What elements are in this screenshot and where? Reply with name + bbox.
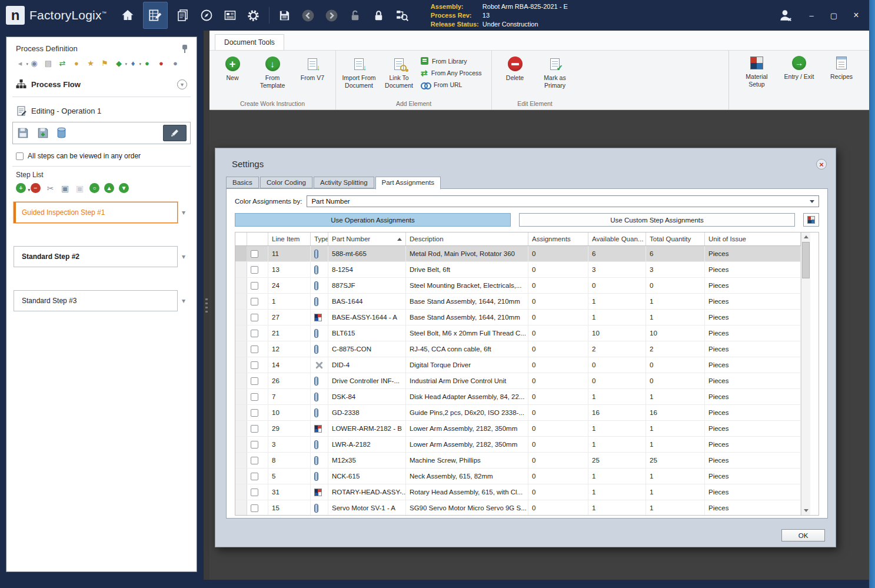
row-checkbox[interactable]: [251, 361, 258, 369]
table-row[interactable]: 15 Servo Motor SV-1 - A SG90 Servo Motor…: [235, 500, 801, 516]
paste-step-icon[interactable]: ▣: [75, 183, 85, 193]
table-row[interactable]: 29 LOWER-ARM-2182 - B Lower Arm Assembly…: [235, 421, 801, 437]
navigator-icon[interactable]: [198, 6, 215, 24]
header-total-quantity[interactable]: Total Quantity: [646, 232, 705, 245]
row-checkbox[interactable]: [251, 489, 258, 496]
archive-document-icon[interactable]: [56, 127, 66, 139]
settings-tab[interactable]: Part Assignments: [375, 177, 441, 190]
settings-gear-icon[interactable]: [245, 6, 262, 24]
row-checkbox[interactable]: [251, 425, 258, 433]
find-step-icon[interactable]: ○: [89, 183, 99, 193]
add-step-icon[interactable]: +: [16, 183, 26, 193]
scroll-down-icon[interactable]: [801, 506, 810, 515]
row-checkbox[interactable]: [251, 298, 258, 305]
certify-user-icon[interactable]: ★: [85, 59, 96, 68]
table-row[interactable]: 13 8-1254 Drive Belt, 6ft 0 3 3 Pieces: [235, 262, 801, 278]
color-assignments-dropdown[interactable]: Part Number: [307, 195, 819, 207]
table-row[interactable]: 3 LWR-A-2182 Lower Arm Assembly, 2182, 3…: [235, 437, 801, 453]
header-unit-of-issue[interactable]: Unit of Issue: [705, 232, 801, 245]
row-checkbox[interactable]: [251, 250, 258, 258]
history-back-icon[interactable]: ◂: [15, 59, 25, 68]
logout-user-icon[interactable]: [777, 6, 794, 24]
settings-tab[interactable]: Color Coding: [260, 177, 312, 188]
chevron-down-icon[interactable]: [178, 253, 189, 261]
from-v7-button[interactable]: From V7: [294, 52, 331, 99]
header-part-number[interactable]: Part Number: [328, 232, 406, 245]
collapse-chevron-icon[interactable]: [177, 79, 187, 89]
edit-work-instruction-button[interactable]: [163, 125, 187, 141]
row-checkbox[interactable]: [251, 282, 258, 290]
table-row[interactable]: 1 BAS-1644 Base Stand Assembly, 1644, 21…: [235, 294, 801, 310]
forward-icon[interactable]: [324, 6, 340, 24]
home-icon[interactable]: [119, 6, 136, 24]
row-checkbox[interactable]: [251, 441, 258, 449]
table-row[interactable]: 31 ROTARY-HEAD-ASSY-... Rotary Head Asse…: [235, 484, 801, 500]
tab-document-tools[interactable]: Document Tools: [215, 34, 284, 50]
unlock-icon[interactable]: [347, 6, 364, 24]
documents-icon[interactable]: [175, 6, 191, 24]
row-checkbox[interactable]: [251, 473, 258, 480]
scroll-up-icon[interactable]: [801, 232, 810, 241]
entry-exit-button[interactable]: Entry / Exit: [781, 51, 817, 109]
header-assignments[interactable]: Assignments: [528, 232, 588, 245]
remove-step-icon[interactable]: −: [31, 183, 41, 193]
mark-as-primary-button[interactable]: Mark as Primary: [537, 52, 573, 99]
material-setup-button[interactable]: Material Setup: [738, 51, 775, 109]
row-checkbox[interactable]: [251, 330, 258, 337]
assignment-color-button[interactable]: [803, 213, 819, 227]
row-checkbox[interactable]: [251, 393, 258, 401]
row-checkbox[interactable]: [251, 314, 258, 321]
step-item[interactable]: Guided Inspection Step #1: [14, 202, 178, 223]
stop-icon[interactable]: ●: [156, 59, 167, 68]
table-row[interactable]: 26 Drive Controller INF-... Industrial A…: [235, 373, 801, 389]
use-custom-step-assignments-button[interactable]: Use Custom Step Assignments: [519, 213, 795, 227]
save-document-icon[interactable]: [16, 127, 29, 139]
share-icon[interactable]: ◆: [114, 59, 124, 68]
copy-step-icon[interactable]: ▣: [60, 183, 70, 193]
table-row[interactable]: 14 DID-4 Digital Torque Driver 0 0 0 Pie…: [235, 357, 801, 373]
row-checkbox[interactable]: [251, 377, 258, 385]
table-row[interactable]: 5 NCK-615 Neck Assembly, 615, 82mm 0 1 1…: [235, 469, 801, 484]
new-button[interactable]: New: [214, 52, 251, 99]
maximize-button[interactable]: ▢: [829, 11, 839, 20]
table-row[interactable]: 24 887SJF Steel Mounting Bracket, Electr…: [235, 278, 801, 294]
dialog-close-icon[interactable]: [816, 159, 827, 170]
cut-step-icon[interactable]: ✂: [45, 183, 55, 193]
pin-icon[interactable]: [181, 45, 188, 53]
table-scrollbar[interactable]: [801, 232, 810, 515]
chevron-down-icon[interactable]: [178, 297, 189, 305]
from-any-process-button[interactable]: From Any Process: [421, 68, 487, 78]
table-row[interactable]: 12 C-8875-CON RJ-45, CCA conn cable, 6ft…: [235, 341, 801, 357]
status-icon[interactable]: ●: [170, 59, 181, 68]
process-designer-icon[interactable]: [143, 2, 168, 29]
flag-icon[interactable]: ⚑: [99, 59, 110, 68]
splitter-handle[interactable]: [205, 298, 208, 314]
import-document-icon[interactable]: [36, 127, 49, 139]
settings-tab[interactable]: Activity Splitting: [314, 177, 374, 188]
step-item[interactable]: Standard Step #3: [14, 290, 178, 311]
minimize-button[interactable]: –: [807, 11, 816, 20]
from-url-button[interactable]: From URL: [421, 81, 487, 88]
header-type[interactable]: Type: [311, 232, 328, 245]
order-checkbox[interactable]: [16, 152, 24, 160]
table-row[interactable]: 21 BLT615 Steel Bolt, M6 x 20mm Full Thr…: [235, 325, 801, 341]
news-icon[interactable]: [222, 6, 238, 24]
table-row[interactable]: 10 GD-2338 Guide Pins,2 pcs, D6x20, ISO …: [235, 405, 801, 421]
hierarchy-icon[interactable]: ♦: [128, 59, 138, 68]
save-icon[interactable]: [277, 6, 293, 24]
row-checkbox[interactable]: [251, 409, 258, 417]
settings-tab[interactable]: Basics: [226, 177, 259, 188]
header-line-item[interactable]: Line Item: [268, 232, 311, 245]
link-to-document-button[interactable]: Link To Document: [381, 52, 417, 99]
process-flow-row[interactable]: Process Flow: [12, 74, 191, 94]
delete-button[interactable]: Delete: [497, 52, 533, 99]
table-row[interactable]: 11 588-mt-665 Metal Rod, Main Pivot, Rot…: [235, 246, 801, 262]
start-icon[interactable]: ●: [142, 59, 152, 68]
print-icon[interactable]: ▤: [43, 59, 54, 68]
table-row[interactable]: 27 BASE-ASSY-1644 - A Base Stand Assembl…: [235, 310, 801, 325]
assign-user-icon[interactable]: ●: [71, 59, 82, 68]
row-checkbox[interactable]: [251, 504, 258, 512]
row-checkbox[interactable]: [251, 457, 258, 464]
transfer-icon[interactable]: ⇄: [57, 59, 68, 68]
table-row[interactable]: 8 M12x35 Machine Screw, Phillips 0 25 25…: [235, 453, 801, 469]
